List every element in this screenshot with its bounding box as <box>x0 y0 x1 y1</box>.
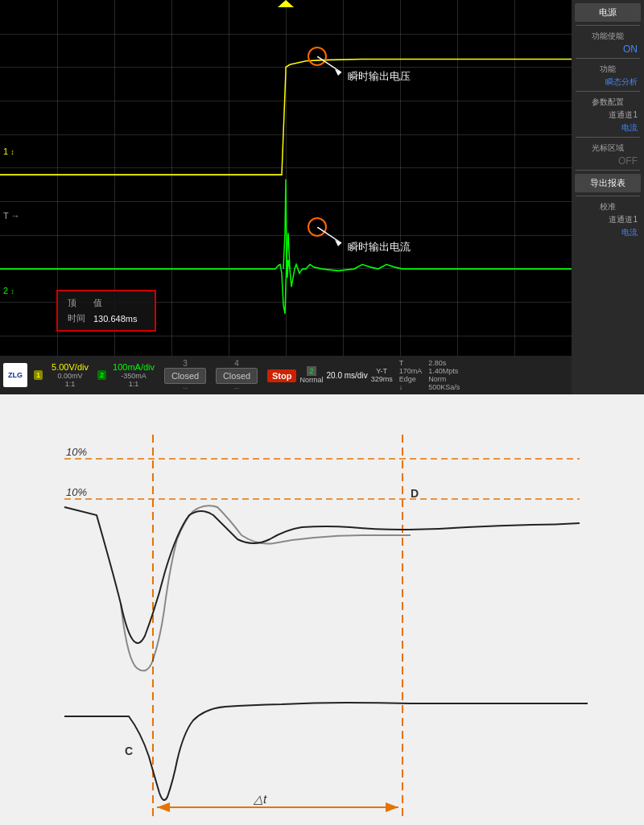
stop-indicator: Stop <box>267 368 296 382</box>
trigger-time: 2.80s <box>428 359 460 367</box>
peak-label: 顶 <box>64 296 89 310</box>
trigger-arrow: ↓ <box>399 383 423 391</box>
ch1-indicator: 1 <box>34 370 43 380</box>
ch2-marker: 2 ↕ <box>3 286 14 295</box>
ch3-label: 3 <box>183 359 188 368</box>
param-config-val: 电流 <box>575 122 641 134</box>
ch2-scale: 100mA/div <box>113 362 155 372</box>
rp-divider-4 <box>576 137 640 138</box>
svg-text:10%: 10% <box>66 446 87 458</box>
ch1-marker: 1 ↕ <box>3 146 14 156</box>
ch2-info: 100mA/div -350mA 1:1 <box>109 362 158 388</box>
export-report-button[interactable]: 导出报表 <box>575 174 641 192</box>
ch3-closed-button[interactable]: Closed <box>164 368 206 384</box>
calibrate-val: 电流 <box>575 227 641 238</box>
stop-badge: Stop <box>267 369 296 382</box>
timebase-value: 20.0 ms/div <box>327 371 368 380</box>
bottom-bar: ZLG 1 5.00V/div 0.00mV 1:1 2 100mA/div -… <box>0 356 572 394</box>
ch3-info: 3 Closed -- <box>161 359 209 392</box>
edge-label: Edge <box>399 375 423 383</box>
trigger-val: 170mA <box>399 367 423 375</box>
calibrate-label: 校准 <box>600 201 616 212</box>
rp-divider-3 <box>576 91 640 92</box>
ch1-badge: 1 <box>34 370 43 380</box>
ch2-ratio: 1:1 <box>129 380 139 388</box>
diagram-svg: 10% 10% D C <box>16 410 628 821</box>
rp-divider-2 <box>576 58 640 59</box>
svg-text:10%: 10% <box>66 486 87 498</box>
function-label: 功能 <box>600 64 616 75</box>
cursor-area-label: 光标区域 <box>592 142 624 154</box>
ch2-waveform <box>0 0 572 394</box>
right-panel: 电源 功能使能 ON 功能 瞬态分析 参数配置 道通道1 电流 光标区域 OFF… <box>572 0 644 394</box>
yt-value: 329ms <box>371 375 393 383</box>
trigger-marker: T → <box>3 211 20 221</box>
trigger-t: T <box>399 359 423 367</box>
diagram-canvas: 10% 10% D C <box>16 410 628 821</box>
timebase-block: 20.0 ms/div <box>327 371 368 380</box>
function-enable-value: ON <box>575 43 641 55</box>
rp-divider-5 <box>576 170 640 171</box>
ch4-label: 4 <box>234 359 239 368</box>
measurement-box: 顶 值 时间 130.648ms <box>56 290 156 332</box>
cursor-area-value: OFF <box>575 155 641 167</box>
mpts-value: 1.40Mpts <box>428 367 460 375</box>
ch2-indicator: 2 <box>97 370 106 380</box>
trigger-info-block: T 170mA Edge ↓ <box>399 359 423 391</box>
normal-label: Normal <box>299 376 323 384</box>
yt-label: Y-T <box>376 367 387 375</box>
ch1-info: 5.00V/div 0.00mV 1:1 <box>46 362 94 388</box>
ch2-offset: -350mA <box>121 372 147 380</box>
norm-label: Norm <box>428 375 460 383</box>
scope-screen: 瞬时输出电压 瞬时输出电流 1 ↕ T → 2 ↕ 顶 值 <box>0 0 572 394</box>
value-label: 值 <box>90 296 140 310</box>
ch4-info: 4 Closed -- <box>213 359 261 392</box>
ksa-value: 500KSa/s <box>428 383 460 391</box>
yt-mode-block: Y-T 329ms <box>371 367 393 383</box>
svg-text:△t: △t <box>253 792 267 806</box>
zlg-logo: ZLG <box>3 363 27 387</box>
time-value: 130.648ms <box>90 311 140 325</box>
ch2-trigger-badge: 2 <box>307 366 316 376</box>
function-value: 瞬态分析 <box>575 76 641 88</box>
param-config-label: 参数配置 <box>592 97 624 108</box>
ch1-ratio: 1:1 <box>65 380 76 388</box>
ch1-scale: 5.00V/div <box>52 362 89 372</box>
power-button[interactable]: 电源 <box>575 3 641 22</box>
ch2-badge: 2 <box>97 370 106 380</box>
svg-text:D: D <box>411 487 419 500</box>
diagram-section: 10% 10% D C <box>0 394 644 825</box>
ch4-closed-button[interactable]: Closed <box>216 368 258 384</box>
calibrate-ch: 道通道1 <box>575 214 641 225</box>
sample-rate-block: 2.80s 1.40Mpts Norm 500KSa/s <box>428 359 460 391</box>
function-enable-label: 功能使能 <box>592 31 624 42</box>
time-label: 时间 <box>64 311 89 325</box>
ch1-offset: 0.00mV <box>58 372 83 380</box>
svg-text:C: C <box>125 745 133 757</box>
oscilloscope-container: 瞬时输出电压 瞬时输出电流 1 ↕ T → 2 ↕ 顶 值 <box>0 0 644 394</box>
rp-divider-1 <box>576 25 640 26</box>
param-config-ch: 道通道1 <box>575 109 641 121</box>
trigger-mode-block: 2 Normal <box>299 366 323 384</box>
rp-divider-6 <box>576 196 640 196</box>
